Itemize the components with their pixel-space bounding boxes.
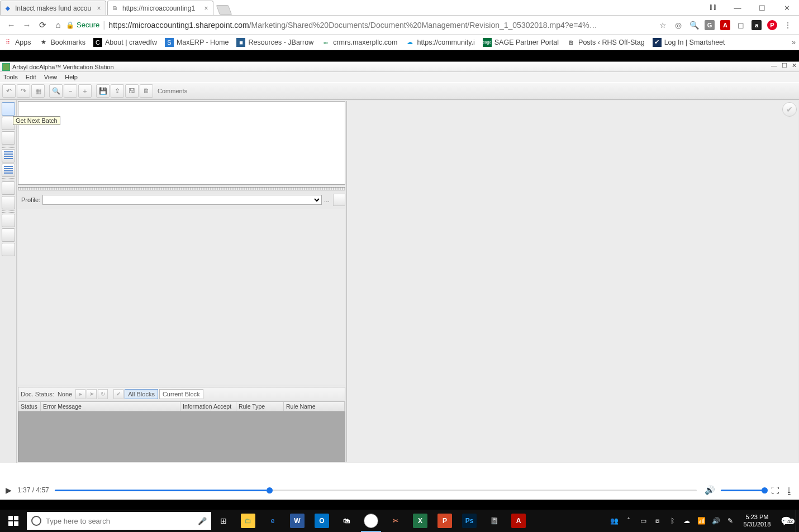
action-center[interactable]: 💬42 — [777, 516, 796, 526]
ext-icon-2[interactable]: 🔍 — [686, 17, 702, 33]
menu-tools[interactable]: Tools — [3, 74, 18, 80]
col-error[interactable]: Error Message — [41, 402, 180, 411]
viewer-accept-icon[interactable]: ✔ — [782, 102, 797, 117]
bookmark-smartsheet[interactable]: ✔Log In | Smartsheet — [653, 38, 725, 47]
bookmark-crmrs[interactable]: ∞crmrs.maxerpllc.com — [321, 38, 397, 47]
tray-onedrive[interactable]: ☁ — [679, 517, 694, 525]
bookmark-sage[interactable]: sageSAGE Partner Portal — [483, 38, 559, 47]
tb-photoshop[interactable]: Ps — [457, 510, 482, 532]
left-btn-5[interactable] — [2, 164, 15, 177]
browser-tab-1[interactable]: ◆ Intacct makes fund accou × — [0, 1, 106, 15]
tray-wifi[interactable]: 📶 — [694, 517, 708, 525]
download-icon[interactable]: ⭳ — [785, 486, 793, 495]
tab-close-2[interactable]: × — [203, 5, 210, 12]
tab-close-1[interactable]: × — [96, 5, 102, 12]
app-minimize[interactable]: — — [771, 62, 777, 69]
tool-undo[interactable]: ↶ — [2, 84, 16, 98]
tb-snip[interactable]: ✂ — [383, 510, 408, 532]
left-btn-get-batch[interactable] — [2, 102, 15, 116]
col-accept[interactable]: Accept — [211, 402, 236, 411]
left-btn-7[interactable] — [2, 196, 15, 209]
col-status[interactable]: Status — [18, 402, 41, 411]
bookmark-community[interactable]: ☁https://community.i — [405, 38, 474, 47]
profile-settings-icon[interactable] — [333, 194, 345, 206]
nav-reload[interactable]: ⟳ — [35, 17, 50, 33]
status-btn-2[interactable]: ➤ — [87, 389, 97, 399]
tb-word[interactable]: W — [285, 510, 310, 532]
tool-redo[interactable]: ↷ — [17, 84, 30, 98]
left-btn-3[interactable] — [2, 131, 15, 145]
left-btn-4[interactable] — [2, 149, 15, 162]
col-info[interactable]: Information — [180, 402, 211, 411]
window-minimize[interactable]: — — [725, 0, 750, 16]
tool-save[interactable]: 💾 — [96, 84, 110, 98]
tb-acrobat[interactable]: A — [506, 510, 531, 532]
status-btn-1[interactable]: ▸ — [75, 389, 85, 399]
tool-doc[interactable]: 🗎 — [140, 84, 153, 98]
ext-icon-google[interactable]: G — [702, 17, 717, 33]
splitter-1[interactable] — [18, 187, 345, 190]
window-maximize[interactable]: ☐ — [750, 0, 774, 16]
tb-outlook[interactable]: O — [310, 510, 334, 532]
new-tab-button[interactable] — [216, 5, 232, 15]
status-btn-3[interactable]: ↻ — [98, 389, 108, 399]
profile-select[interactable] — [42, 195, 322, 205]
tb-powerpoint[interactable]: P — [432, 510, 457, 532]
bookmark-apps[interactable]: ⠿Apps — [3, 38, 31, 47]
bookmark-jbarrow[interactable]: ■Resources - JBarrow — [236, 38, 313, 47]
video-progress[interactable] — [55, 490, 697, 491]
volume-thumb[interactable] — [762, 487, 768, 493]
tray-dropbox[interactable]: ⧈ — [650, 517, 665, 525]
fullscreen-icon[interactable]: ⛶ — [771, 486, 779, 495]
tool-select[interactable]: ▦ — [31, 84, 45, 98]
col-rulename[interactable]: Rule Name — [284, 402, 345, 411]
tray-pen[interactable]: ✎ — [723, 517, 738, 525]
ext-icon-3[interactable]: ◻ — [733, 17, 749, 33]
bookmark-maxerp[interactable]: SMaxERP - Home — [165, 38, 229, 47]
left-btn-9[interactable] — [2, 228, 15, 242]
tb-explorer[interactable]: 🗀 — [236, 510, 260, 532]
tool-export[interactable]: ⇪ — [111, 84, 124, 98]
secure-indicator[interactable]: 🔒 Secure — [66, 21, 99, 29]
show-desktop[interactable] — [796, 510, 799, 532]
tool-save2[interactable]: 🖫 — [125, 84, 139, 98]
bookmark-cravedfw[interactable]: CAbout | cravedfw — [93, 38, 157, 47]
bookmark-rhs[interactable]: 🗎Posts ‹ RHS Off-Stag — [567, 38, 645, 47]
toggle-all-blocks[interactable]: All Blocks — [125, 389, 158, 399]
start-button[interactable] — [0, 510, 27, 532]
menu-edit[interactable]: Edit — [26, 74, 36, 80]
toolbar-comments-label[interactable]: Comments — [158, 88, 187, 94]
play-button[interactable]: ▶ — [6, 486, 12, 495]
tool-zoom-in[interactable]: ＋ — [78, 84, 92, 98]
status-btn-check[interactable]: ✔ — [113, 389, 123, 399]
task-view[interactable]: ⊞ — [211, 510, 236, 532]
browser-tab-2[interactable]: 🗎 https://microaccounting1 × — [107, 1, 213, 15]
menu-help[interactable]: Help — [65, 74, 78, 80]
tray-up[interactable]: ˄ — [621, 517, 636, 525]
chrome-menu[interactable]: ⋮ — [780, 17, 796, 33]
ext-icon-pinterest[interactable]: P — [764, 17, 780, 33]
volume-slider[interactable] — [721, 490, 765, 491]
tray-volume[interactable]: 🔊 — [708, 517, 723, 525]
tb-excel[interactable]: X — [408, 510, 432, 532]
nav-forward[interactable]: → — [19, 17, 35, 33]
url-field[interactable]: https://microaccounting1.sharepoint.com/… — [108, 21, 655, 30]
col-ruletype[interactable]: Rule Type — [236, 402, 284, 411]
tray-bluetooth[interactable]: ᛒ — [665, 517, 679, 525]
tool-zoom-out[interactable]: － — [64, 84, 77, 98]
tool-zoom-fit[interactable]: 🔍 — [49, 84, 63, 98]
nav-home[interactable]: ⌂ — [50, 17, 66, 33]
ext-icon-amazon[interactable]: a — [749, 17, 764, 33]
ext-icon-adobe[interactable]: A — [717, 17, 733, 33]
bookmark-bookmarks[interactable]: ★Bookmarks — [39, 38, 86, 47]
taskbar-search[interactable]: Type here to search 🎤 — [27, 512, 211, 530]
tray-battery[interactable]: ▭ — [636, 517, 650, 525]
tb-edge[interactable]: e — [260, 510, 285, 532]
volume-icon[interactable]: 🔊 — [705, 485, 715, 495]
ext-icon-1[interactable]: ◎ — [670, 17, 686, 33]
left-btn-6[interactable] — [2, 181, 15, 195]
tb-store[interactable]: 🛍 — [334, 510, 359, 532]
window-close[interactable]: ✕ — [774, 0, 799, 16]
menu-view[interactable]: View — [44, 74, 58, 80]
left-btn-8[interactable] — [2, 214, 15, 227]
